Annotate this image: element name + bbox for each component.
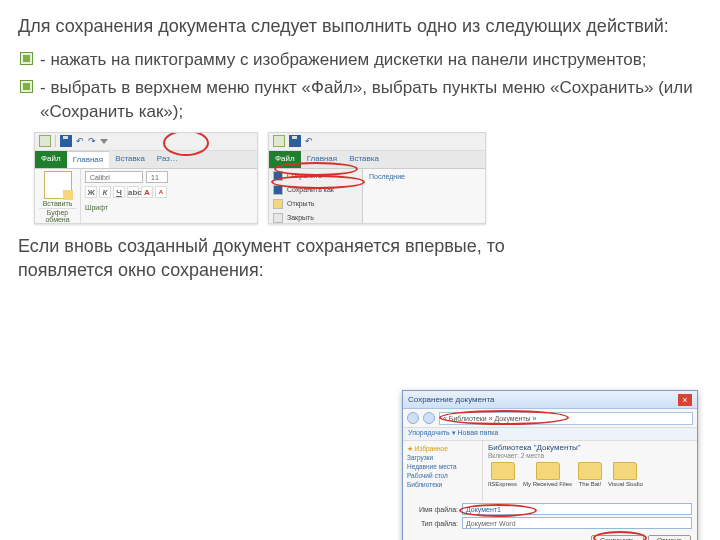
qat-sep [55, 135, 56, 147]
undo-icon[interactable]: ↶ [76, 136, 84, 146]
cancel-button[interactable]: Отмена [648, 535, 691, 540]
annotation-circle-icon [459, 504, 537, 517]
folder-label: The Bat! [579, 481, 602, 487]
app-icon [273, 135, 285, 147]
library-title: Библиотека "Документы" [488, 443, 692, 452]
sidebar-item[interactable]: Рабочий стол [407, 471, 478, 480]
tab-file[interactable]: Файл [35, 151, 67, 168]
bullet-text: - нажать на пиктограмму с изображением д… [40, 50, 647, 69]
excel-bullet-icon [20, 52, 33, 65]
dialog-sidebar: ★ Избранное Загрузки Недавние места Рабо… [403, 441, 483, 501]
qat-dropdown-icon[interactable] [100, 139, 108, 144]
folder-icon [613, 462, 637, 480]
app-icon [39, 135, 51, 147]
save-dialog: Сохранение документа × « Библиотеки » До… [402, 390, 698, 540]
strike-button[interactable]: abc [127, 186, 139, 198]
clipboard-caption: Буфер обмена [39, 208, 76, 223]
folder-label: My Received Files [523, 481, 572, 487]
menu-label: Закрыть [287, 214, 314, 221]
group-clipboard: Вставить Буфер обмена [35, 169, 81, 224]
folder-label: IISExpress [488, 481, 517, 487]
nav-back-button[interactable] [407, 412, 419, 424]
paste-label: Вставить [39, 200, 76, 207]
library-subtitle: Включает: 2 места [488, 452, 692, 459]
nav-fwd-button[interactable] [423, 412, 435, 424]
sidebar-item[interactable]: Загрузки [407, 453, 478, 462]
bullet-list: - нажать на пиктограмму с изображением д… [20, 48, 702, 123]
screenshots-row: ↶ ↷ Файл Главная Вставка Раз… Вставить Б… [34, 132, 702, 224]
folder-label: Visual Studio [608, 481, 643, 487]
file-menu-right: Последние [363, 169, 485, 224]
font-name-picker[interactable]: Calibri [85, 171, 143, 183]
dialog-fields: Имя файла: Документ1 Тип файла: Документ… [403, 501, 697, 533]
font-caption: Шрифт [85, 204, 253, 211]
quick-access-toolbar: ↶ ↷ [35, 133, 257, 151]
annotation-circle-icon [593, 531, 647, 540]
redo-icon[interactable]: ↷ [88, 136, 96, 146]
folder-icon [578, 462, 602, 480]
paste-button[interactable] [44, 171, 72, 199]
tab-insert[interactable]: Вставка [109, 151, 151, 168]
close-icon [273, 213, 283, 223]
folder-item[interactable]: The Bat! [578, 462, 602, 487]
folder-icon [536, 462, 560, 480]
filetype-input[interactable]: Документ Word [462, 517, 692, 529]
filetype-label: Тип файла: [408, 520, 458, 527]
quick-access-toolbar: ↶ [269, 133, 485, 151]
folder-icon [491, 462, 515, 480]
excel-bullet-icon [20, 80, 33, 93]
sidebar-item[interactable]: Недавние места [407, 462, 478, 471]
bullet-item: - выбрать в верхнем меню пункт «Файл», в… [20, 76, 702, 124]
save-icon[interactable] [289, 135, 301, 147]
close-button[interactable]: × [678, 394, 692, 406]
recent-header: Последние [369, 173, 479, 180]
dialog-titlebar: Сохранение документа × [403, 391, 697, 409]
paragraph-save-window: Если вновь созданный документ сохраняетс… [18, 234, 518, 283]
annotation-circle-icon [439, 410, 569, 425]
underline-button[interactable]: Ч [113, 186, 125, 198]
folder-grid: IISExpress My Received Files The Bat! Vi… [488, 462, 692, 487]
dialog-toolbar[interactable]: Упорядочить ▾ Новая папка [403, 427, 697, 441]
folder-item[interactable]: Visual Studio [608, 462, 643, 487]
folder-item[interactable]: My Received Files [523, 462, 572, 487]
group-font: Calibri 11 Ж К Ч abc A A Шрифт [81, 169, 257, 224]
sidebar-item[interactable]: Библиотеки [407, 480, 478, 489]
tab-home[interactable]: Главная [67, 151, 109, 168]
dialog-main: Библиотека "Документы" Включает: 2 места… [483, 441, 697, 501]
annotation-circle-icon [271, 175, 365, 189]
font-color-button[interactable]: A [155, 186, 167, 198]
bullet-text: - выбрать в верхнем меню пункт «Файл», в… [40, 78, 693, 121]
screenshot-file-menu: ↶ Файл Главная Вставка Сохранить Сохрани… [268, 132, 486, 224]
menu-item-close[interactable]: Закрыть [269, 211, 362, 224]
save-icon[interactable] [60, 135, 72, 147]
undo-icon[interactable]: ↶ [305, 136, 313, 146]
bold-button[interactable]: Ж [85, 186, 97, 198]
ribbon-tabs: Файл Главная Вставка Раз… [35, 151, 257, 169]
annotation-circle-icon [163, 132, 209, 156]
ribbon-body: Вставить Буфер обмена Calibri 11 Ж К Ч a… [35, 169, 257, 224]
screenshot-ribbon: ↶ ↷ Файл Главная Вставка Раз… Вставить Б… [34, 132, 258, 224]
sidebar-favorites[interactable]: ★ Избранное [407, 444, 478, 453]
filename-label: Имя файла: [408, 506, 458, 513]
italic-button[interactable]: К [99, 186, 111, 198]
menu-item-open[interactable]: Открыть [269, 197, 362, 211]
dialog-title: Сохранение документа [408, 395, 494, 404]
font-size-picker[interactable]: 11 [146, 171, 168, 183]
bullet-item: - нажать на пиктограмму с изображением д… [20, 48, 702, 72]
dialog-body: ★ Избранное Загрузки Недавние места Рабо… [403, 441, 697, 501]
dialog-address-bar: « Библиотеки » Документы » [403, 409, 697, 427]
font-grow-button[interactable]: A [141, 186, 153, 198]
annotation-circle-icon [274, 162, 358, 176]
folder-item[interactable]: IISExpress [488, 462, 517, 487]
menu-label: Открыть [287, 200, 315, 207]
dialog-buttons: Сохранить Отмена [403, 533, 697, 540]
intro-text: Для сохранения документа следует выполни… [18, 14, 702, 38]
folder-icon [273, 199, 283, 209]
